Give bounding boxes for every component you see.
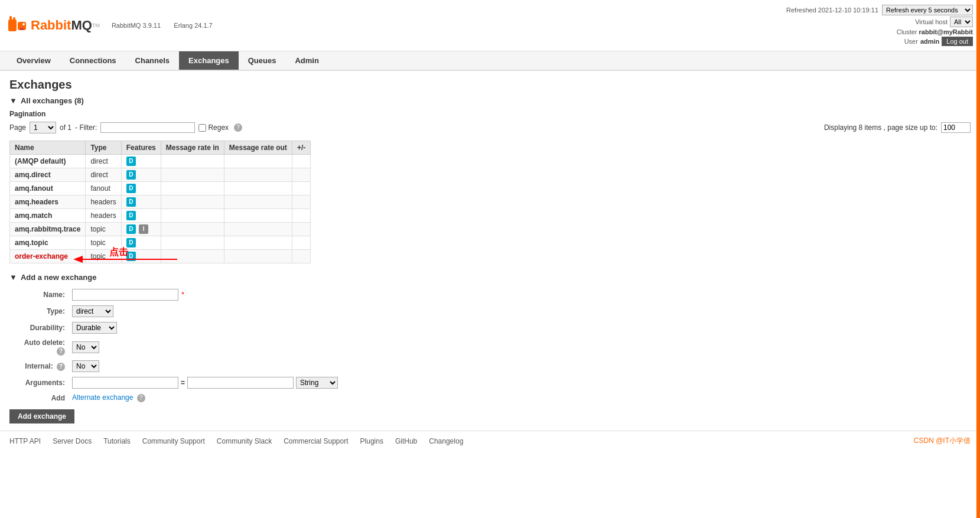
alternate-exchange-link[interactable]: Alternate exchange [72, 393, 133, 402]
arguments-inputs-cell: = String Number Boolean [69, 374, 341, 391]
form-durability-row: Durability: Durable Transient [9, 320, 341, 336]
footer-server-docs[interactable]: Server Docs [53, 437, 92, 445]
nav-admin[interactable]: Admin [285, 51, 328, 70]
refreshed-timestamp: Refreshed 2021-12-10 10:19:11 [786, 6, 878, 14]
add-label: Add [51, 394, 65, 402]
argument-type-select[interactable]: String Number Boolean [296, 377, 338, 389]
name-input-cell: * [69, 286, 341, 303]
footer-commercial-support[interactable]: Commercial Support [284, 437, 348, 445]
filter-input[interactable] [100, 122, 195, 133]
argument-value-input[interactable] [187, 377, 294, 389]
rate-out [224, 223, 292, 236]
nav-channels[interactable]: Channels [126, 51, 180, 70]
add-exchange-button[interactable]: Add exchange [9, 409, 74, 423]
table-row: amq.topic topic D [10, 236, 311, 250]
refresh-select[interactable]: Refresh every 5 seconds Refresh every 10… [882, 5, 973, 15]
durability-select[interactable]: Durable Transient [72, 322, 117, 334]
table-row: amq.headers headers D [10, 196, 311, 209]
footer-community-support[interactable]: Community Support [142, 437, 205, 445]
col-features: Features [121, 141, 161, 155]
form-type-row: Type: direct fanout topic headers [9, 303, 341, 320]
exchange-type: direct [86, 168, 121, 182]
form-altexchange-row: Add Alternate exchange ? [9, 391, 341, 405]
all-exchanges-toggle[interactable]: ▼ All exchanges (8) [9, 96, 971, 105]
plusminus [292, 209, 310, 223]
exchange-name: amq.fanout [10, 182, 86, 196]
vhost-select[interactable]: All [950, 17, 973, 27]
cluster-value: rabbit@myRabbit [919, 28, 973, 35]
pagination-controls: Page 1 of 1 - Filter: Regex ? [9, 122, 242, 133]
exchanges-table: Name Type Features Message rate in Messa… [9, 141, 311, 263]
header: RabbitMQTM RabbitMQ 3.9.11 Erlang 24.1.7… [0, 0, 980, 51]
badge-d: D [126, 157, 136, 166]
nav-queues[interactable]: Queues [239, 51, 286, 70]
regex-label[interactable]: Regex [198, 123, 229, 132]
footer-community-slack[interactable]: Community Slack [217, 437, 272, 445]
page-select[interactable]: 1 [30, 122, 56, 133]
exchange-features: D [121, 209, 161, 223]
page-size-input[interactable] [941, 122, 971, 133]
rate-in [161, 196, 224, 209]
all-exchanges-label: All exchanges (8) [21, 96, 84, 105]
plusminus [292, 250, 310, 263]
user-value: admin [920, 38, 939, 45]
exchange-name-input[interactable] [72, 289, 178, 301]
plusminus [292, 223, 310, 236]
plusminus [292, 236, 310, 250]
svg-rect-2 [13, 17, 15, 23]
form-internal-row: Internal: ? No Yes [9, 358, 341, 374]
regex-checkbox[interactable] [198, 124, 206, 132]
add-exchange-form: Name: * Type: direct fanout topic header… [9, 286, 341, 405]
exchange-features: D [121, 196, 161, 209]
nav-connections[interactable]: Connections [60, 51, 126, 70]
regex-help-icon[interactable]: ? [234, 123, 242, 132]
vhost-label: Virtual host [915, 18, 948, 25]
table-row: (AMQP default) direct D [10, 155, 311, 168]
exchange-features: D [121, 155, 161, 168]
internal-select-cell: No Yes [69, 358, 341, 374]
svg-rect-1 [9, 16, 12, 23]
form-name-row: Name: * [9, 286, 341, 303]
footer-github[interactable]: GitHub [395, 437, 417, 445]
name-label: Name: [9, 286, 69, 303]
alt-exchange-help-icon[interactable]: ? [137, 394, 145, 402]
nav-exchanges[interactable]: Exchanges [179, 51, 239, 70]
footer-tutorials[interactable]: Tutorials [103, 437, 131, 445]
autodelete-select[interactable]: No Yes [72, 341, 99, 353]
rate-out [224, 209, 292, 223]
altexchange-cell: Alternate exchange ? [69, 391, 341, 405]
add-exchange-toggle[interactable]: ▼ Add a new exchange [9, 273, 971, 282]
add-exchange-label: Add a new exchange [21, 273, 97, 282]
rate-out [224, 155, 292, 168]
exchange-type: topic [86, 223, 121, 236]
autodelete-help-icon[interactable]: ? [57, 347, 65, 356]
nav-overview[interactable]: Overview [7, 51, 60, 70]
svg-rect-5 [20, 28, 24, 30]
footer-changelog[interactable]: Changelog [429, 437, 463, 445]
logo: RabbitMQTM [7, 15, 100, 36]
exchange-name: amq.topic [10, 236, 86, 250]
table-row: amq.fanout fanout D [10, 182, 311, 196]
argument-key-input[interactable] [72, 377, 178, 389]
rate-out [224, 250, 292, 263]
page-label: Page [9, 123, 26, 132]
rate-out [224, 168, 292, 182]
order-exchange-link[interactable]: order-exchange [15, 252, 68, 260]
exchange-features: D I [121, 223, 161, 236]
footer-plugins[interactable]: Plugins [360, 437, 383, 445]
internal-select[interactable]: No Yes [72, 360, 99, 372]
form-arguments-row: Arguments: = String Number Boolean [9, 374, 341, 391]
internal-help-icon[interactable]: ? [57, 363, 65, 371]
version-erlang: Erlang 24.1.7 [174, 22, 212, 29]
main-content: Exchanges ▼ All exchanges (8) Pagination… [0, 71, 980, 431]
brand-rabbit: Rabbit [31, 18, 71, 33]
user-label: User [904, 38, 918, 45]
durability-select-cell: Durable Transient [69, 320, 341, 336]
col-rate-in: Message rate in [161, 141, 224, 155]
logout-button[interactable]: Log out [942, 37, 973, 46]
rate-in [161, 236, 224, 250]
page-title: Exchanges [9, 78, 971, 92]
type-select[interactable]: direct fanout topic headers [72, 305, 113, 317]
col-plusminus: +/- [292, 141, 310, 155]
footer-http-api[interactable]: HTTP API [9, 437, 41, 445]
